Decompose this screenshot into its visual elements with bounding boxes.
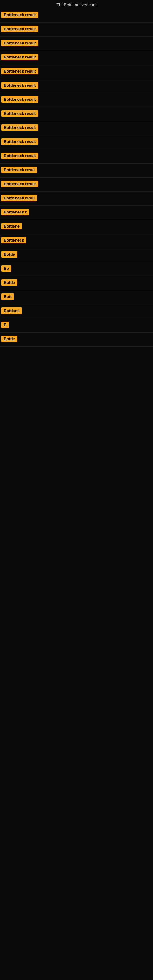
list-item: Bottleneck result	[0, 51, 153, 65]
list-item: Bottleneck r	[0, 206, 153, 220]
bottleneck-result-badge[interactable]: Bottleneck r	[1, 209, 29, 215]
list-item: Bottleneck	[0, 234, 153, 248]
list-item: Bottleneck result	[0, 135, 153, 150]
bottleneck-result-badge[interactable]: Bottle	[1, 336, 18, 342]
list-item: Bottleneck resul	[0, 164, 153, 178]
list-item: Bottleneck resul	[0, 192, 153, 206]
bottleneck-result-badge[interactable]: Bottleneck result	[1, 96, 38, 103]
site-title-container: TheBottlenecker.com	[0, 0, 153, 9]
list-item: Bottlene	[0, 220, 153, 234]
bottleneck-result-badge[interactable]: B	[1, 321, 9, 328]
bottleneck-result-badge[interactable]: Bottleneck result	[1, 12, 38, 18]
bottleneck-result-badge[interactable]: Bottleneck result	[1, 40, 38, 46]
list-item: Bottlene	[0, 304, 153, 318]
bottleneck-result-badge[interactable]: Bottleneck result	[1, 181, 38, 187]
bottleneck-result-badge[interactable]: Bottleneck result	[1, 54, 38, 60]
list-item: Bottle	[0, 248, 153, 262]
bottleneck-result-badge[interactable]: Bottlene	[1, 223, 22, 229]
list-item: Bott	[0, 290, 153, 304]
list-item: Bottleneck result	[0, 150, 153, 164]
list-item: Bottleneck result	[0, 93, 153, 107]
bottleneck-result-badge[interactable]: Bottleneck result	[1, 153, 38, 159]
bottleneck-result-badge[interactable]: Bottle	[1, 251, 18, 258]
bottleneck-result-badge[interactable]: Bottleneck result	[1, 82, 38, 89]
list-item: Bottleneck result	[0, 65, 153, 79]
list-item: Bottleneck result	[0, 9, 153, 23]
site-title: TheBottlenecker.com	[0, 0, 153, 9]
list-item: Bottleneck result	[0, 37, 153, 51]
bottleneck-result-badge[interactable]: Bottleneck resul	[1, 167, 37, 173]
bottleneck-result-badge[interactable]: Bottleneck result	[1, 124, 38, 131]
list-item: B	[0, 318, 153, 332]
list-item: Bottleneck result	[0, 121, 153, 135]
list-item: Bottleneck result	[0, 107, 153, 121]
bottleneck-result-badge[interactable]: Bottleneck result	[1, 138, 38, 145]
list-item: Bottleneck result	[0, 79, 153, 93]
bottleneck-result-badge[interactable]: Bottlene	[1, 307, 22, 314]
list-item: Bottleneck result	[0, 23, 153, 37]
bottleneck-result-badge[interactable]: Bottleneck result	[1, 110, 38, 117]
list-item: Bottle	[0, 332, 153, 347]
list-item: Bo	[0, 262, 153, 276]
list-item: Bottle	[0, 276, 153, 290]
bottleneck-result-badge[interactable]: Bottleneck result	[1, 26, 38, 32]
bottleneck-result-badge[interactable]: Bo	[1, 265, 11, 272]
bottleneck-result-badge[interactable]: Bottle	[1, 279, 18, 286]
bottleneck-result-badge[interactable]: Bott	[1, 293, 14, 300]
bottleneck-result-badge[interactable]: Bottleneck	[1, 237, 26, 243]
rows-container: Bottleneck resultBottleneck resultBottle…	[0, 9, 153, 347]
bottleneck-result-badge[interactable]: Bottleneck resul	[1, 195, 37, 201]
list-item: Bottleneck result	[0, 178, 153, 192]
bottleneck-result-badge[interactable]: Bottleneck result	[1, 68, 38, 75]
